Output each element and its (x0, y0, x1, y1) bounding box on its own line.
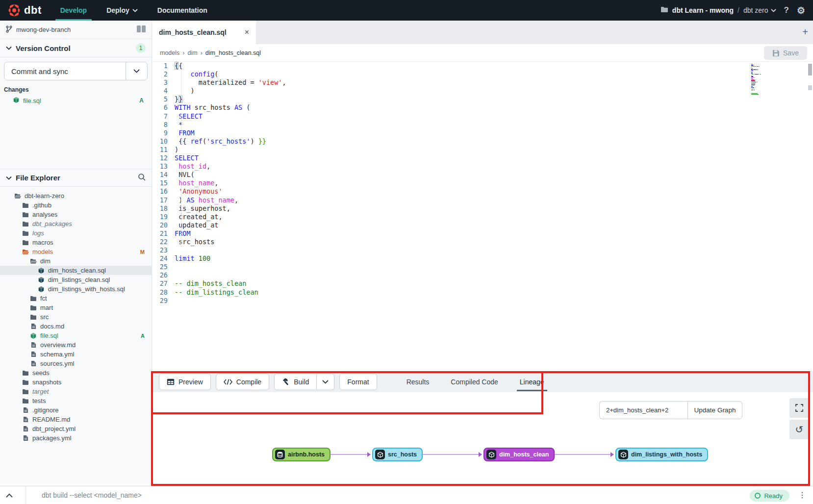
tree-item-snapshots[interactable]: snapshots (0, 378, 152, 387)
code-line[interactable]: 20 updated_at (152, 221, 813, 229)
code-line[interactable]: 18 is_superhost, (152, 204, 813, 213)
dbt-command-input[interactable] (42, 491, 434, 499)
changed-file-row[interactable]: file.sql A (0, 95, 152, 106)
code-line[interactable]: 10 {{ ref('src_hosts') }} (152, 137, 813, 146)
project-breadcrumb[interactable]: dbt Learn - mwong / dbt zero (661, 6, 776, 14)
build-button[interactable]: Build (274, 374, 317, 390)
lineage-node-dim-listings-with-hosts[interactable]: dim_listings_with_hosts (615, 448, 708, 461)
code-line[interactable]: 15 host_name, (152, 179, 813, 187)
nav-menu-documentation[interactable]: Documentation (148, 0, 217, 21)
code-line[interactable]: 8 * (152, 121, 813, 129)
dbt-logo[interactable]: dbt (0, 4, 51, 17)
code-line[interactable]: 11) (152, 146, 813, 154)
code-line[interactable]: 3 materialized = 'view', (152, 78, 813, 87)
code-line[interactable]: 12SELECT (152, 154, 813, 162)
tree-item-logs[interactable]: logs (0, 228, 152, 238)
code-line[interactable]: 1{{ (152, 62, 813, 70)
version-control-header[interactable]: Version Control 1 (0, 39, 152, 57)
search-icon[interactable] (138, 173, 146, 182)
nav-menu-develop[interactable]: Develop (51, 0, 97, 21)
breadcrumb-segment[interactable]: dim (187, 50, 197, 56)
tree-item-fct[interactable]: fct (0, 294, 152, 303)
tree-item-dim[interactable]: dim (0, 256, 152, 266)
tree-item-dbt-learn-zero[interactable]: dbt-learn-zero (0, 191, 152, 201)
breadcrumb-segment[interactable]: dim_hosts_clean.sql (205, 50, 261, 56)
editor-scrollbar[interactable] (808, 63, 813, 367)
tree-item-overview-md[interactable]: overview.md (0, 340, 152, 350)
code-line[interactable]: 14 NVL( (152, 171, 813, 179)
update-graph-button[interactable]: Update Graph (687, 401, 742, 419)
code-line[interactable]: 28-- dim_listings_clean (152, 288, 813, 297)
code-line[interactable]: 25 (152, 263, 813, 271)
tree-item-dbt-project-yml[interactable]: dbt_project.yml (0, 424, 152, 433)
code-editor[interactable]: 1{{2 config(3 materialized = 'view',4 )5… (152, 62, 813, 371)
code-line[interactable]: 29 (152, 297, 813, 305)
close-icon[interactable]: × (245, 28, 249, 37)
tab-lineage[interactable]: Lineage (509, 371, 555, 392)
compile-button[interactable]: Compile (216, 374, 269, 390)
lineage-filter-input[interactable] (599, 401, 687, 419)
tree-item-mart[interactable]: mart (0, 303, 152, 312)
code-line[interactable]: 5}} (152, 95, 813, 103)
code-line[interactable]: 21FROM (152, 229, 813, 238)
code-line[interactable]: 7 SELECT (152, 112, 813, 121)
tree-item-packages-yml[interactable]: packages.yml (0, 433, 152, 443)
split-view-icon[interactable] (137, 25, 146, 34)
tree-item-dim-hosts-clean-sql[interactable]: dim_hosts_clean.sql (0, 266, 152, 275)
commit-and-sync-button[interactable]: Commit and sync (4, 62, 148, 80)
preview-button[interactable]: Preview (159, 374, 211, 390)
add-tab-icon[interactable]: + (802, 26, 808, 38)
branch-row[interactable]: mwong-dev-branch (0, 21, 152, 39)
tree-item-dim-listings-clean-sql[interactable]: dim_listings_clean.sql (0, 275, 152, 284)
gear-icon[interactable]: ⚙ (797, 5, 805, 16)
code-line[interactable]: 26 (152, 271, 813, 279)
code-line[interactable]: 13 host_id, (152, 162, 813, 171)
chevron-up-icon[interactable] (0, 493, 25, 498)
tree-item-seeds[interactable]: seeds (0, 368, 152, 378)
scrollbar-thumb[interactable] (808, 64, 812, 76)
fullscreen-button[interactable] (789, 398, 809, 418)
tab-results[interactable]: Results (396, 371, 440, 392)
tree-item-dim-listings-with-hosts-sql[interactable]: dim_listings_with_hosts.sql (0, 284, 152, 294)
kebab-menu-icon[interactable]: ⋮ (798, 490, 806, 500)
code-line[interactable]: 9 FROM (152, 129, 813, 137)
code-line[interactable]: 6WITH src_hosts AS ( (152, 103, 813, 112)
code-line[interactable]: 17 ) AS host_name, (152, 196, 813, 204)
tree-item--gitignore[interactable]: .gitignore (0, 405, 152, 415)
tree-item-macros[interactable]: macros (0, 238, 152, 247)
reset-view-button[interactable]: ↺ (789, 420, 809, 439)
code-line[interactable]: 16 'Anonymous' (152, 187, 813, 196)
breadcrumb-segment[interactable]: models (160, 50, 179, 56)
code-line[interactable]: 4 ) (152, 87, 813, 95)
environment-selector[interactable]: dbt zero (743, 6, 776, 14)
tree-item-readme-md[interactable]: README.md (0, 415, 152, 424)
file-tab[interactable]: dim_hosts_clean.sql × (152, 21, 256, 44)
format-button[interactable]: Format (339, 374, 377, 390)
tree-item-target[interactable]: target (0, 387, 152, 396)
code-line[interactable]: 27-- dim_hosts_clean (152, 279, 813, 288)
build-options-chevron[interactable] (317, 374, 334, 390)
tree-item-docs-md[interactable]: docs.md (0, 322, 152, 331)
code-line[interactable]: 23 (152, 246, 813, 254)
lineage-node-dim-hosts-clean[interactable]: dim_hosts_clean (483, 448, 555, 461)
tab-compiled-code[interactable]: Compiled Code (440, 371, 509, 392)
tree-item-analyses[interactable]: analyses (0, 210, 152, 219)
code-line[interactable]: 22 src_hosts (152, 238, 813, 246)
tree-item-file-sql[interactable]: file.sqlA (0, 331, 152, 340)
commit-options-chevron[interactable] (126, 62, 147, 80)
code-line[interactable]: 19 created_at, (152, 213, 813, 221)
help-icon[interactable]: ? (784, 5, 789, 15)
lineage-node-src-hosts[interactable]: src_hosts (372, 448, 423, 461)
tree-item-src[interactable]: src (0, 312, 152, 322)
tree-item-tests[interactable]: tests (0, 396, 152, 405)
code-line[interactable]: 2 config( (152, 70, 813, 78)
file-explorer-header[interactable]: File Explorer (0, 169, 152, 187)
tree-item-dbt-packages[interactable]: dbt_packages (0, 219, 152, 228)
code-line[interactable]: 24limit 100 (152, 254, 813, 263)
tree-item--github[interactable]: .github (0, 201, 152, 210)
tree-item-sources-yml[interactable]: sources.yml (0, 359, 152, 368)
save-button[interactable]: Save (764, 46, 807, 60)
tree-item-schema-yml[interactable]: schema.yml (0, 350, 152, 359)
tree-item-models[interactable]: modelsM (0, 247, 152, 256)
nav-menu-deploy[interactable]: Deploy (97, 0, 148, 21)
